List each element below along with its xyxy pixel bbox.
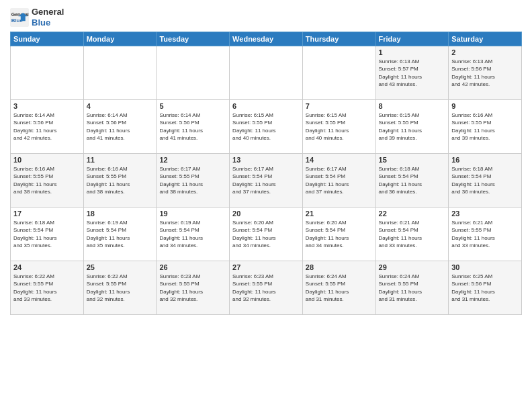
day-number: 5 [159, 102, 226, 110]
weekday-header-monday: Monday [83, 32, 157, 46]
header: General Blue General Blue [10, 7, 522, 28]
calendar-cell: 18Sunrise: 6:19 AM Sunset: 5:54 PM Dayli… [83, 208, 157, 261]
day-number: 27 [232, 263, 300, 271]
calendar-cell: 12Sunrise: 6:17 AM Sunset: 5:55 PM Dayli… [157, 154, 230, 208]
week-row-5: 24Sunrise: 6:22 AM Sunset: 5:55 PM Dayli… [11, 261, 522, 315]
day-number: 1 [379, 48, 446, 56]
day-number: 19 [159, 210, 226, 218]
day-info: Sunrise: 6:13 AM Sunset: 5:56 PM Dayligh… [451, 58, 519, 88]
day-number: 2 [451, 48, 519, 56]
page: General Blue General Blue SundayMondayTu… [0, 0, 532, 411]
calendar-cell: 25Sunrise: 6:22 AM Sunset: 5:55 PM Dayli… [83, 261, 157, 315]
weekday-header-sunday: Sunday [11, 32, 84, 46]
logo: General Blue General Blue [10, 7, 64, 28]
logo-text-general: General [32, 7, 64, 17]
day-info: Sunrise: 6:17 AM Sunset: 5:54 PM Dayligh… [306, 165, 373, 195]
calendar-cell: 17Sunrise: 6:18 AM Sunset: 5:54 PM Dayli… [11, 208, 84, 261]
day-info: Sunrise: 6:21 AM Sunset: 5:54 PM Dayligh… [379, 219, 446, 249]
calendar-cell [157, 46, 230, 100]
day-number: 17 [13, 210, 81, 218]
day-number: 22 [379, 210, 446, 218]
day-info: Sunrise: 6:14 AM Sunset: 5:56 PM Dayligh… [159, 111, 226, 142]
calendar-cell: 24Sunrise: 6:22 AM Sunset: 5:55 PM Dayli… [11, 261, 84, 315]
logo-icon: General Blue [10, 8, 29, 27]
logo-text-blue: Blue [32, 17, 64, 28]
day-number: 9 [451, 102, 519, 110]
day-number: 13 [232, 156, 300, 164]
day-info: Sunrise: 6:23 AM Sunset: 5:55 PM Dayligh… [232, 273, 300, 303]
day-number: 3 [13, 102, 81, 110]
day-info: Sunrise: 6:14 AM Sunset: 5:56 PM Dayligh… [13, 111, 81, 142]
calendar-cell: 9Sunrise: 6:16 AM Sunset: 5:55 PM Daylig… [449, 100, 522, 154]
day-number: 4 [87, 102, 154, 110]
day-info: Sunrise: 6:14 AM Sunset: 5:56 PM Dayligh… [87, 111, 154, 142]
weekday-header-row: SundayMondayTuesdayWednesdayThursdayFrid… [11, 32, 522, 46]
week-row-2: 3Sunrise: 6:14 AM Sunset: 5:56 PM Daylig… [11, 100, 522, 154]
day-info: Sunrise: 6:22 AM Sunset: 5:55 PM Dayligh… [13, 273, 81, 303]
day-number: 29 [379, 263, 446, 271]
day-number: 7 [306, 102, 373, 110]
calendar-cell: 1Sunrise: 6:13 AM Sunset: 5:57 PM Daylig… [375, 46, 449, 100]
calendar-cell: 20Sunrise: 6:20 AM Sunset: 5:54 PM Dayli… [230, 208, 303, 261]
weekday-header-tuesday: Tuesday [157, 32, 230, 46]
calendar-cell: 29Sunrise: 6:24 AM Sunset: 5:55 PM Dayli… [375, 261, 449, 315]
day-number: 25 [87, 263, 154, 271]
weekday-header-friday: Friday [375, 32, 449, 46]
day-number: 23 [451, 210, 519, 218]
calendar-cell: 19Sunrise: 6:19 AM Sunset: 5:54 PM Dayli… [157, 208, 230, 261]
calendar-cell: 2Sunrise: 6:13 AM Sunset: 5:56 PM Daylig… [449, 46, 522, 100]
day-number: 6 [232, 102, 300, 110]
week-row-4: 17Sunrise: 6:18 AM Sunset: 5:54 PM Dayli… [11, 208, 522, 261]
day-number: 16 [451, 156, 519, 164]
calendar-cell: 4Sunrise: 6:14 AM Sunset: 5:56 PM Daylig… [83, 100, 157, 154]
day-info: Sunrise: 6:20 AM Sunset: 5:54 PM Dayligh… [306, 219, 373, 249]
day-number: 10 [13, 156, 81, 164]
day-info: Sunrise: 6:19 AM Sunset: 5:54 PM Dayligh… [87, 219, 154, 249]
day-info: Sunrise: 6:15 AM Sunset: 5:55 PM Dayligh… [232, 111, 300, 142]
calendar-cell: 3Sunrise: 6:14 AM Sunset: 5:56 PM Daylig… [11, 100, 84, 154]
calendar-cell: 16Sunrise: 6:18 AM Sunset: 5:54 PM Dayli… [449, 154, 522, 208]
calendar-cell: 8Sunrise: 6:15 AM Sunset: 5:55 PM Daylig… [375, 100, 449, 154]
day-info: Sunrise: 6:16 AM Sunset: 5:55 PM Dayligh… [13, 165, 81, 195]
day-info: Sunrise: 6:25 AM Sunset: 5:56 PM Dayligh… [451, 273, 519, 303]
day-number: 8 [379, 102, 446, 110]
calendar-cell: 7Sunrise: 6:15 AM Sunset: 5:55 PM Daylig… [302, 100, 375, 154]
day-number: 26 [159, 263, 226, 271]
day-number: 24 [13, 263, 81, 271]
day-info: Sunrise: 6:17 AM Sunset: 5:55 PM Dayligh… [159, 165, 226, 195]
calendar-cell: 13Sunrise: 6:17 AM Sunset: 5:54 PM Dayli… [230, 154, 303, 208]
week-row-1: 1Sunrise: 6:13 AM Sunset: 5:57 PM Daylig… [11, 46, 522, 100]
calendar-cell: 22Sunrise: 6:21 AM Sunset: 5:54 PM Dayli… [375, 208, 449, 261]
day-info: Sunrise: 6:23 AM Sunset: 5:55 PM Dayligh… [159, 273, 226, 303]
day-info: Sunrise: 6:17 AM Sunset: 5:54 PM Dayligh… [232, 165, 300, 195]
calendar-cell: 14Sunrise: 6:17 AM Sunset: 5:54 PM Dayli… [302, 154, 375, 208]
day-number: 12 [159, 156, 226, 164]
day-info: Sunrise: 6:18 AM Sunset: 5:54 PM Dayligh… [13, 219, 81, 249]
day-info: Sunrise: 6:15 AM Sunset: 5:55 PM Dayligh… [379, 111, 446, 142]
day-info: Sunrise: 6:16 AM Sunset: 5:55 PM Dayligh… [451, 111, 519, 142]
day-info: Sunrise: 6:18 AM Sunset: 5:54 PM Dayligh… [379, 165, 446, 195]
calendar-cell [83, 46, 157, 100]
calendar-cell: 6Sunrise: 6:15 AM Sunset: 5:55 PM Daylig… [230, 100, 303, 154]
day-info: Sunrise: 6:15 AM Sunset: 5:55 PM Dayligh… [306, 111, 373, 142]
calendar-cell: 23Sunrise: 6:21 AM Sunset: 5:55 PM Dayli… [449, 208, 522, 261]
day-number: 20 [232, 210, 300, 218]
calendar-cell: 27Sunrise: 6:23 AM Sunset: 5:55 PM Dayli… [230, 261, 303, 315]
calendar-cell: 5Sunrise: 6:14 AM Sunset: 5:56 PM Daylig… [157, 100, 230, 154]
weekday-header-saturday: Saturday [449, 32, 522, 46]
day-info: Sunrise: 6:19 AM Sunset: 5:54 PM Dayligh… [159, 219, 226, 249]
day-info: Sunrise: 6:22 AM Sunset: 5:55 PM Dayligh… [87, 273, 154, 303]
calendar-cell: 28Sunrise: 6:24 AM Sunset: 5:55 PM Dayli… [302, 261, 375, 315]
day-number: 15 [379, 156, 446, 164]
weekday-header-thursday: Thursday [302, 32, 375, 46]
day-info: Sunrise: 6:24 AM Sunset: 5:55 PM Dayligh… [379, 273, 446, 303]
calendar-cell [11, 46, 84, 100]
day-info: Sunrise: 6:18 AM Sunset: 5:54 PM Dayligh… [451, 165, 519, 195]
calendar-cell: 15Sunrise: 6:18 AM Sunset: 5:54 PM Dayli… [375, 154, 449, 208]
calendar-cell: 21Sunrise: 6:20 AM Sunset: 5:54 PM Dayli… [302, 208, 375, 261]
day-info: Sunrise: 6:16 AM Sunset: 5:55 PM Dayligh… [87, 165, 154, 195]
weekday-header-wednesday: Wednesday [230, 32, 303, 46]
day-info: Sunrise: 6:21 AM Sunset: 5:55 PM Dayligh… [451, 219, 519, 249]
day-info: Sunrise: 6:20 AM Sunset: 5:54 PM Dayligh… [232, 219, 300, 249]
calendar-cell [230, 46, 303, 100]
